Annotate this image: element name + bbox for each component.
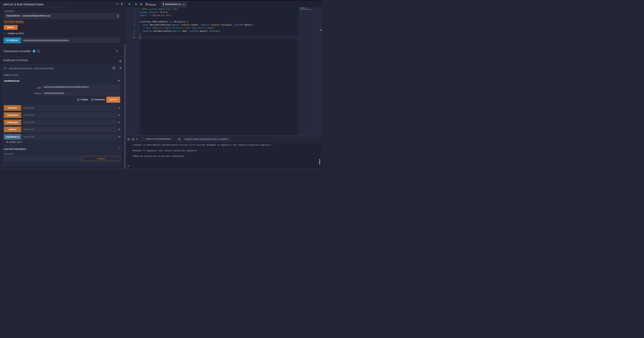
svg-text:i: i bbox=[38, 50, 38, 52]
